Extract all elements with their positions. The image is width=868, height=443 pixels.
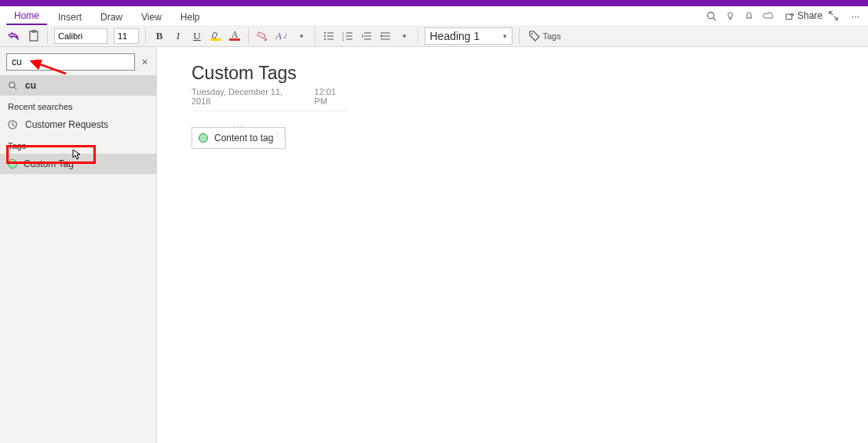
search-global-icon[interactable] <box>706 11 722 21</box>
format-painter-button[interactable]: A⤸ <box>274 28 290 44</box>
more-para-button[interactable]: ▾ <box>397 28 411 44</box>
share-label: Share <box>797 10 822 21</box>
tab-insert[interactable]: Insert <box>50 9 89 25</box>
note-text[interactable]: Content to tag <box>214 133 273 143</box>
svg-point-10 <box>324 38 326 40</box>
search-panel: × cu Recent searches Customer Requests T… <box>0 47 157 443</box>
tag-circle-icon <box>8 159 17 169</box>
bold-button[interactable]: B <box>152 28 166 44</box>
search-result-primary[interactable]: cu <box>0 75 156 96</box>
underline-button[interactable]: U <box>190 28 204 44</box>
svg-line-1 <box>713 17 716 20</box>
recent-searches-header: Recent searches <box>0 96 156 114</box>
tab-draw[interactable]: Draw <box>93 9 130 25</box>
svg-point-0 <box>708 12 714 18</box>
font-name-input[interactable] <box>54 28 108 44</box>
svg-point-24 <box>531 33 533 34</box>
recent-search-item[interactable]: Customer Requests <box>0 114 156 135</box>
svg-point-6 <box>324 32 326 34</box>
ribbon: B I U A A⤸ ▾ 123 ▾ Heading 1 ▾ Tags <box>0 25 868 47</box>
page-time: 12:01 PM <box>315 87 348 106</box>
bell-icon[interactable] <box>744 11 760 21</box>
chevron-down-icon: ▾ <box>503 32 507 40</box>
title-bar <box>0 0 868 6</box>
tab-view[interactable]: View <box>133 9 170 25</box>
paste-button[interactable] <box>27 28 41 44</box>
font-size-input[interactable] <box>114 28 139 44</box>
share-button[interactable]: Share <box>782 10 826 21</box>
recent-item-label: Customer Requests <box>25 119 108 130</box>
style-select[interactable]: Heading 1 ▾ <box>425 27 512 45</box>
undo-button[interactable] <box>6 28 22 44</box>
resize-grip-icon[interactable]: ⋮⋮ <box>274 131 288 139</box>
close-search-button[interactable]: × <box>140 56 150 68</box>
more-icon[interactable]: ··· <box>848 10 863 22</box>
title-actions: Share ··· <box>706 6 868 25</box>
svg-point-8 <box>324 35 326 37</box>
svg-point-25 <box>9 82 16 89</box>
tags-button[interactable]: Tags <box>526 31 564 42</box>
cloud-icon[interactable] <box>763 11 779 20</box>
cursor-icon <box>72 149 82 160</box>
search-icon <box>8 81 19 90</box>
highlight-button[interactable] <box>209 28 223 44</box>
clear-formatting-button[interactable] <box>255 28 269 44</box>
fullscreen-icon[interactable] <box>829 11 844 20</box>
indent-button[interactable] <box>378 28 392 44</box>
style-label: Heading 1 <box>430 30 480 42</box>
page-meta: Tuesday, December 11, 2018 12:01 PM <box>191 87 348 111</box>
svg-rect-4 <box>30 31 38 41</box>
tab-home[interactable]: Home <box>6 7 47 25</box>
tag-item-label: Custom Tag <box>24 158 74 169</box>
svg-text:3: 3 <box>342 38 345 41</box>
bulb-icon[interactable] <box>725 11 741 21</box>
tab-help[interactable]: Help <box>173 9 208 25</box>
page-date: Tuesday, December 11, 2018 <box>191 87 296 106</box>
italic-button[interactable]: I <box>171 28 185 44</box>
main: × cu Recent searches Customer Requests T… <box>0 47 868 443</box>
more-font-button[interactable]: ▾ <box>294 28 308 44</box>
tag-circle-icon <box>199 133 208 143</box>
note-container[interactable]: Content to tag ⋮⋮ <box>191 127 286 149</box>
svg-line-26 <box>14 87 16 89</box>
result-text: cu <box>25 80 36 91</box>
numbering-button[interactable]: 123 <box>341 28 355 44</box>
page-title[interactable]: Custom Tags <box>191 63 837 84</box>
tags-button-label: Tags <box>543 31 561 41</box>
outdent-button[interactable] <box>359 28 374 44</box>
page-canvas[interactable]: Custom Tags Tuesday, December 11, 2018 1… <box>160 47 868 443</box>
clock-icon <box>8 120 19 129</box>
font-color-button[interactable]: A <box>228 28 242 44</box>
bullets-button[interactable] <box>322 28 336 44</box>
search-input[interactable] <box>6 53 135 71</box>
